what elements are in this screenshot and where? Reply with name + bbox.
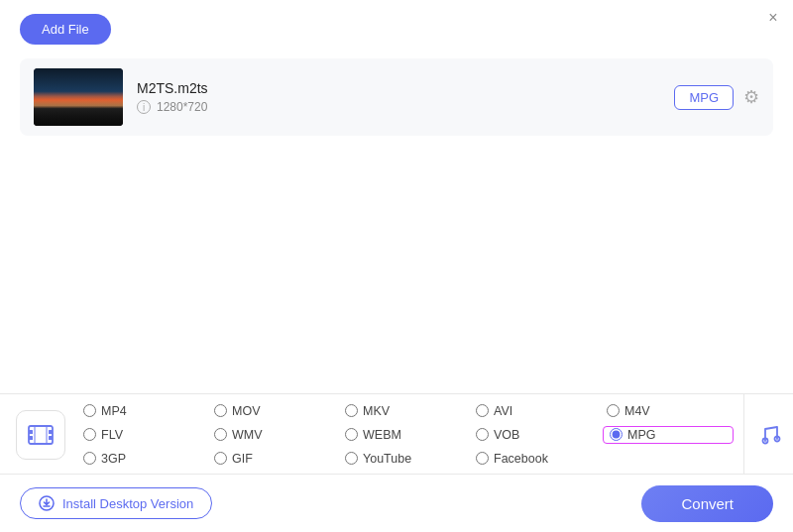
action-bar: Install Desktop Version Convert: [0, 475, 793, 532]
file-thumbnail: [34, 68, 123, 126]
file-item: M2TS.m2ts i 1280*720 MPG ⚙: [20, 58, 773, 136]
format-option-mkv[interactable]: MKV: [341, 402, 472, 420]
format-label-youtube: YouTube: [363, 452, 411, 466]
install-label: Install Desktop Version: [62, 496, 193, 511]
format-label-mpg: MPG: [627, 428, 655, 442]
format-label-gif: GIF: [232, 452, 253, 466]
format-badge-button[interactable]: MPG: [674, 85, 734, 110]
format-label-flv: FLV: [101, 428, 123, 442]
format-icon-area: ⬛: [16, 410, 65, 460]
settings-icon[interactable]: ⚙: [743, 86, 759, 108]
format-label-facebook: Facebook: [494, 452, 548, 466]
format-option-avi[interactable]: AVI: [472, 402, 603, 420]
format-option-gif[interactable]: GIF: [210, 450, 341, 468]
file-list: M2TS.m2ts i 1280*720 MPG ⚙: [20, 58, 773, 136]
file-actions: MPG ⚙: [674, 85, 759, 110]
format-label-wmv: WMV: [232, 428, 263, 442]
file-name: M2TS.m2ts: [137, 80, 660, 96]
format-label-m4v: M4V: [624, 404, 650, 418]
svg-rect-0: [29, 426, 53, 444]
add-file-button[interactable]: Add File: [20, 14, 111, 45]
format-option-mp4[interactable]: MP4: [79, 402, 210, 420]
format-label-vob: VOB: [494, 428, 519, 442]
file-info: M2TS.m2ts i 1280*720: [137, 80, 660, 114]
svg-rect-1: [29, 430, 33, 434]
format-label-3gp: 3GP: [101, 452, 126, 466]
format-option-mov[interactable]: MOV: [210, 402, 341, 420]
music-icon-area[interactable]: [743, 394, 793, 475]
file-meta: i 1280*720: [137, 100, 660, 114]
format-label-mkv: MKV: [363, 404, 390, 418]
format-bar: ⬛ MP4 MOV MK: [0, 393, 793, 475]
svg-rect-2: [29, 436, 33, 440]
close-button[interactable]: ×: [765, 10, 781, 26]
convert-button[interactable]: Convert: [641, 485, 773, 522]
format-option-facebook[interactable]: Facebook: [472, 450, 603, 468]
format-panel: ⬛ MP4 MOV MK: [0, 402, 743, 468]
format-option-m4v[interactable]: M4V: [603, 402, 734, 420]
format-option-mpg[interactable]: MPG: [603, 426, 734, 444]
format-option-youtube[interactable]: YouTube: [341, 450, 472, 468]
music-note-icon: [755, 421, 783, 449]
format-option-flv[interactable]: FLV: [79, 426, 210, 444]
format-label-mp4: MP4: [101, 404, 127, 418]
format-option-vob[interactable]: VOB: [472, 426, 603, 444]
format-option-wmv[interactable]: WMV: [210, 426, 341, 444]
title-bar: ×: [753, 0, 793, 36]
install-button[interactable]: Install Desktop Version: [20, 487, 212, 519]
format-option-3gp[interactable]: 3GP: [79, 450, 210, 468]
format-label-avi: AVI: [494, 404, 512, 418]
format-label-mov: MOV: [232, 404, 260, 418]
info-icon: i: [137, 100, 151, 114]
file-resolution: 1280*720: [157, 100, 207, 114]
download-icon: [39, 495, 55, 511]
format-label-webm: WEBM: [363, 428, 401, 442]
format-options: MP4 MOV MKV AVI M4V FLV: [79, 402, 734, 468]
svg-rect-4: [49, 436, 53, 440]
format-option-webm[interactable]: WEBM: [341, 426, 472, 444]
svg-rect-3: [49, 430, 53, 434]
